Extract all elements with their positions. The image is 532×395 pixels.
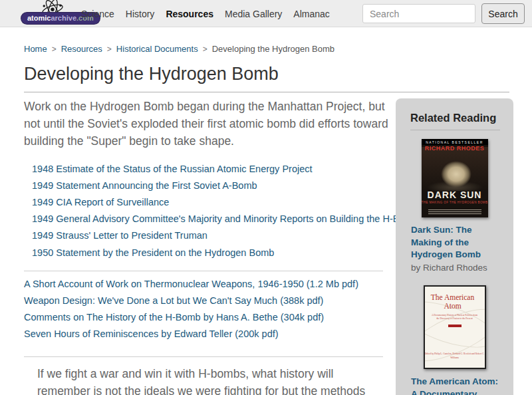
list-item: 1949 CIA Report of Surveillance (32, 194, 418, 210)
breadcrumb-home[interactable]: Home (24, 44, 47, 54)
breadcrumb-separator: > (203, 45, 207, 54)
nav-item-history[interactable]: History (126, 9, 155, 19)
list-item: Comments on The History of the H-Bomb by… (24, 309, 358, 325)
breadcrumb-current: Developing the Hydrogen Bomb (212, 44, 334, 54)
doc-link-1949-cia-report[interactable]: 1949 CIA Report of Surveillance (32, 197, 169, 207)
book-cover-american-atom[interactable]: The American Atom A Documentary History … (424, 285, 486, 369)
pdf-link-list: A Short Account of Work on Thermonuclear… (24, 275, 358, 342)
list-item: A Short Account of Work on Thermonuclear… (24, 275, 358, 292)
breadcrumb-separator: > (52, 45, 57, 54)
list-item: 1949 Strauss' Letter to President Truman (32, 227, 418, 244)
divider (24, 271, 383, 271)
intro-paragraph: Work on the Hydrogen Bomb began during t… (24, 98, 392, 150)
search-input[interactable] (362, 4, 475, 23)
cover-blurb-lines (428, 209, 481, 215)
document-link-list: 1948 Estimate of the Status of the Russi… (32, 160, 418, 261)
list-item: 1950 Statement by the President on the H… (32, 244, 418, 261)
doc-link-1949-strauss-letter[interactable]: 1949 Strauss' Letter to President Truman (32, 230, 207, 241)
search-button[interactable]: Search (481, 3, 525, 24)
cover-subtitle-text: A Documentary History of Nuclear Policie… (430, 314, 479, 321)
related-reading-panel: Related Reading NATIONAL BESTSELLER RICH… (396, 98, 513, 395)
list-item: 1949 General Advisory Committee's Majori… (32, 211, 418, 227)
site-logo[interactable]: atomicarchive.com (20, 0, 86, 27)
mushroom-cloud-image (422, 147, 488, 191)
book-author: by Richard Rhodes (411, 262, 503, 274)
cover-editors-text: Edited by Philip L. Cantelon, Richard G.… (425, 352, 485, 360)
list-item: Weapon Design: We've Done a Lot but We C… (24, 292, 358, 309)
breadcrumb-resources[interactable]: Resources (61, 44, 102, 54)
page-title: Developing the Hydrogen Bomb (24, 64, 509, 92)
breadcrumb-historical-documents[interactable]: Historical Documents (116, 44, 198, 54)
pdf-link-weapon-design[interactable]: Weapon Design: We've Done a Lot but We C… (24, 295, 323, 306)
book-link-american-atom[interactable]: The American Atom: A Documentary History (411, 376, 503, 395)
cover-subtitle-text: THE MAKING OF THE HYDROGEN BOMB (422, 201, 488, 205)
book-cover-dark-sun[interactable]: NATIONAL BESTSELLER RICHARD RHODES DARK … (422, 139, 488, 217)
cover-title-text: The American Atom (425, 293, 481, 311)
doc-link-1950-statement[interactable]: 1950 Statement by the President on the H… (32, 247, 274, 258)
breadcrumb-separator: > (107, 45, 112, 54)
book-link-dark-sun[interactable]: Dark Sun: The Making of the Hydrogen Bom… (411, 224, 503, 261)
list-item: Seven Hours of Reminiscences by Edward T… (24, 326, 358, 342)
pdf-link-bethe-comments[interactable]: Comments on The History of the H-Bomb by… (24, 312, 324, 323)
related-reading-title: Related Reading (410, 112, 500, 130)
breadcrumb: Home>Resources>Historical Documents>Deve… (24, 44, 334, 54)
pdf-link-teller-reminiscences[interactable]: Seven Hours of Reminiscences by Edward T… (24, 329, 279, 339)
doc-link-1948-estimate[interactable]: 1948 Estimate of the Status of the Russi… (32, 164, 313, 174)
nav-item-resources[interactable]: Resources (166, 9, 213, 19)
list-item: 1949 Statement Announcing the First Sovi… (32, 177, 418, 194)
list-item: 1948 Estimate of the Status of the Russi… (32, 160, 418, 177)
pdf-link-short-account[interactable]: A Short Account of Work on Thermonuclear… (24, 279, 358, 289)
divider (24, 356, 383, 357)
top-navbar: atomicarchive.com Science History Resour… (0, 0, 532, 27)
cover-author-text: RICHARD RHODES (422, 145, 488, 152)
cover-banner-text: NATIONAL BESTSELLER (422, 139, 488, 145)
nav-item-media-gallery[interactable]: Media Gallery (225, 9, 282, 19)
cover-title-text: DARK SUN (422, 190, 488, 200)
nav-item-almanac[interactable]: Almanac (293, 9, 329, 19)
nav-item-science[interactable]: Science (81, 9, 114, 19)
main-nav: Science History Resources Media Gallery … (81, 0, 330, 27)
doc-link-1949-statement[interactable]: 1949 Statement Announcing the First Sovi… (32, 180, 257, 191)
doc-link-1949-gac-reports[interactable]: 1949 General Advisory Committee's Majori… (32, 213, 418, 224)
cover-red-bar (448, 325, 462, 327)
quote-text: If we fight a war and win it with H-bomb… (37, 365, 375, 395)
